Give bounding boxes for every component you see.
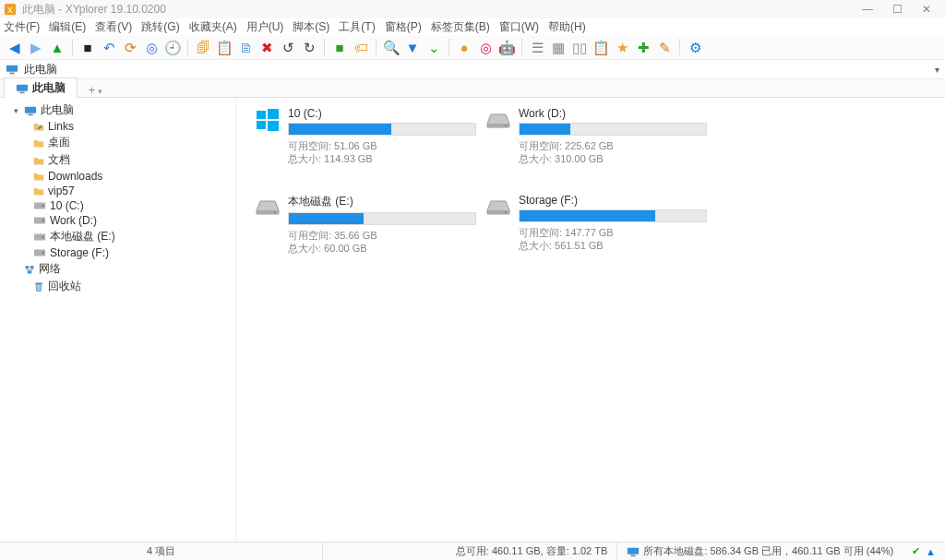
- tree-node-0[interactable]: ▾此电脑: [0, 101, 235, 119]
- caret-icon[interactable]: ▾: [11, 106, 20, 115]
- stop-icon[interactable]: ■: [78, 38, 97, 56]
- svg-point-29: [505, 211, 507, 213]
- drive-0[interactable]: 10 (C:)可用空间: 51.06 GB总大小: 114.93 GB: [255, 107, 476, 166]
- nav-up-icon[interactable]: ▲: [48, 38, 66, 56]
- dual-pane-icon[interactable]: ▯▯: [570, 38, 589, 56]
- tree-node-10[interactable]: 网络: [0, 260, 235, 278]
- filter-icon[interactable]: ▼: [403, 38, 422, 56]
- star-icon[interactable]: ★: [613, 38, 631, 56]
- menu-9[interactable]: 标签页集(B): [431, 19, 490, 35]
- drive-name: 本地磁盘 (E:): [288, 194, 476, 209]
- tree-node-11[interactable]: 回收站: [0, 278, 235, 295]
- drive-icon: [33, 201, 46, 210]
- status-ok-icon: ✔: [912, 545, 920, 557]
- folder-icon: [33, 171, 44, 182]
- menu-4[interactable]: 收藏夹(A): [189, 19, 237, 35]
- tree-node-2[interactable]: 桌面: [0, 134, 235, 151]
- refresh-target-icon[interactable]: ◎: [142, 38, 161, 56]
- toolbar-separator: [679, 39, 680, 55]
- maximize-button[interactable]: ☐: [882, 3, 912, 16]
- pc-icon: [627, 546, 640, 557]
- usage-bar: [288, 212, 476, 225]
- new-tab-button[interactable]: + ▾: [83, 84, 108, 97]
- drive-3[interactable]: Storage (F:)可用空间: 147.77 GB总大小: 561.51 G…: [485, 194, 707, 256]
- svg-point-25: [505, 125, 507, 126]
- menu-8[interactable]: 窗格(P): [385, 19, 422, 35]
- svg-point-13: [42, 236, 44, 238]
- address-dropdown-icon[interactable]: ▾: [935, 65, 939, 75]
- menu-11[interactable]: 帮助(H): [548, 19, 586, 35]
- usage-bar: [519, 209, 707, 222]
- minimize-button[interactable]: —: [853, 3, 882, 16]
- menu-3[interactable]: 跳转(G): [141, 19, 179, 35]
- tree-node-4[interactable]: Downloads: [0, 169, 235, 184]
- view-icons-icon[interactable]: ▦: [549, 38, 568, 56]
- puzzle-icon[interactable]: ✚: [634, 38, 652, 56]
- pc-icon: [24, 104, 37, 117]
- delete-icon[interactable]: ✖: [257, 38, 276, 56]
- undo-icon[interactable]: ↶: [100, 38, 118, 56]
- folder-icon: [33, 185, 44, 197]
- svg-rect-18: [28, 270, 32, 273]
- address-bar[interactable]: 此电脑 ▾: [0, 59, 945, 79]
- close-button[interactable]: ✕: [912, 3, 941, 16]
- svg-rect-7: [28, 113, 32, 115]
- menubar: 文件(F)编辑(E)查看(V)跳转(G)收藏夹(A)用户(U)脚本(S)工具(T…: [0, 18, 945, 35]
- settings-gear-icon[interactable]: ⚙: [686, 38, 704, 56]
- tree-node-5[interactable]: vip57: [0, 184, 235, 198]
- menu-5[interactable]: 用户(U): [246, 19, 284, 35]
- undo-action-icon[interactable]: ↺: [279, 38, 297, 56]
- menu-0[interactable]: 文件(F): [4, 19, 40, 35]
- tree-node-7[interactable]: Work (D:): [0, 213, 235, 228]
- view-details-icon[interactable]: ☰: [528, 38, 546, 56]
- branch-view-icon[interactable]: ⌄: [425, 38, 443, 56]
- svg-rect-6: [25, 106, 36, 113]
- redo-action-icon[interactable]: ↻: [300, 38, 318, 56]
- status-disk-summary: 所有本地磁盘: 586.34 GB 已用，460.11 GB 可用 (44%): [643, 544, 893, 558]
- nav-forward-icon[interactable]: ▶: [27, 38, 45, 56]
- drive-2[interactable]: 本地磁盘 (E:)可用空间: 35.66 GB总大小: 60.00 GB: [255, 194, 476, 256]
- menu-7[interactable]: 工具(T): [339, 19, 375, 35]
- android-icon[interactable]: 🤖: [497, 38, 516, 56]
- drive-1[interactable]: Work (D:)可用空间: 225.62 GB总大小: 310.00 GB: [485, 107, 707, 166]
- folder-tree[interactable]: ▾此电脑Links桌面文档Downloadsvip5710 (C:)Work (…: [0, 98, 236, 542]
- paste-icon[interactable]: 📋: [215, 38, 233, 56]
- tab-bar: 此电脑 + ▾: [0, 79, 945, 98]
- svg-rect-30: [628, 547, 639, 554]
- history-icon[interactable]: 🕘: [163, 38, 182, 56]
- menu-2[interactable]: 查看(V): [95, 19, 132, 35]
- tree-node-3[interactable]: 文档: [0, 151, 235, 169]
- copy-icon[interactable]: 🗐: [194, 38, 212, 56]
- tag-green-icon[interactable]: ■: [330, 38, 349, 56]
- copy-file-icon[interactable]: 🗎: [236, 38, 255, 56]
- content-pane[interactable]: 10 (C:)可用空间: 51.06 GB总大小: 114.93 GBWork …: [236, 98, 945, 542]
- tree-node-1[interactable]: Links: [0, 119, 235, 134]
- tree-node-6[interactable]: 10 (C:): [0, 198, 235, 213]
- drive-name: 10 (C:): [288, 107, 476, 120]
- menu-10[interactable]: 窗口(W): [499, 19, 539, 35]
- tag-label-icon[interactable]: 🏷: [352, 38, 370, 56]
- tab-this-pc[interactable]: 此电脑: [4, 77, 78, 98]
- clipboard-icon[interactable]: 📋: [592, 38, 610, 56]
- svg-rect-3: [9, 73, 14, 75]
- refresh-reload-icon[interactable]: ⟳: [121, 38, 139, 56]
- tree-label: Storage (F:): [50, 246, 109, 259]
- menu-6[interactable]: 脚本(S): [293, 19, 329, 35]
- brush-icon[interactable]: ✎: [655, 38, 674, 56]
- network-icon: [24, 264, 35, 275]
- menu-1[interactable]: 编辑(E): [49, 19, 86, 35]
- nav-back-icon[interactable]: ◀: [6, 38, 24, 56]
- drive-icon: [485, 107, 511, 133]
- tree-node-8[interactable]: 本地磁盘 (E:): [0, 228, 235, 245]
- folder-icon: [33, 137, 44, 149]
- usage-bar: [519, 123, 707, 136]
- drive-icon: [33, 248, 46, 257]
- tree-node-9[interactable]: Storage (F:): [0, 245, 235, 260]
- cd-icon[interactable]: ●: [455, 38, 473, 56]
- target-icon[interactable]: ◎: [476, 38, 495, 56]
- titlebar: X 此电脑 - XYplorer 19.10.0200 — ☐ ✕: [0, 0, 945, 18]
- search-icon[interactable]: 🔍: [382, 38, 401, 56]
- svg-rect-21: [268, 109, 279, 119]
- drive-icon: [33, 216, 46, 225]
- drive-total: 总大小: 60.00 GB: [288, 242, 476, 255]
